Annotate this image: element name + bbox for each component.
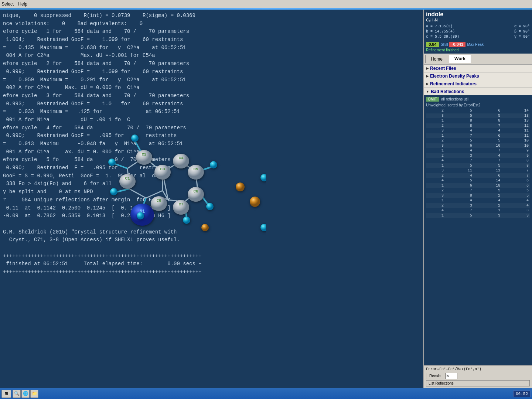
crystal-row-a: a = 7.135(3) α = 90° [426, 24, 530, 29]
taskbar-icon-1[interactable]: 🔍 [13, 390, 21, 398]
text-line: 0.993; Restrained GooF = 1.0 for 60 rest… [3, 100, 420, 108]
text-line: efore cycle 4 for 584 da 70 / 70 paramet… [3, 124, 420, 132]
recent-files-header[interactable]: ▶ Recent Files [424, 65, 532, 72]
refinement-indicators-label: Refinement Indicators [430, 81, 477, 86]
main-area: nique, 0 suppressed R(int) = 0.0739 R(si… [0, 10, 532, 388]
table-row: 2349 [426, 153, 530, 158]
right-sidebar: indole C₈H₇N a = 7.135(3) α = 90° b = 14… [423, 10, 532, 388]
electron-density-arrow: ▶ [426, 74, 429, 78]
bad-reflections-label: Bad Reflections [431, 89, 464, 94]
text-line: 0.990; Restrained F = .095 for restraint… [3, 164, 420, 172]
electron-density-header[interactable]: ▶ Electron Density Peaks [424, 72, 532, 80]
bad-reflections-section: ▼ Bad Reflections OMIT all reflections u… [424, 88, 532, 365]
table-row: 34411 [426, 128, 530, 133]
text-line: 0.999; Restrained GooF = 1.099 for 60 re… [3, 68, 420, 76]
shift-label: Sh/ll [441, 42, 448, 47]
text-line: efore cycle 3 for 584 data and 70 / 70 p… [3, 92, 420, 100]
recent-files-arrow: ▶ [426, 66, 429, 70]
omit-button[interactable]: OMIT [426, 97, 439, 102]
goof-value: 0.84 [426, 42, 439, 47]
menu-bar: Select Help [0, 0, 532, 8]
formula-display: Error=Fo²-Fc²/Max(Fc²,σ²) [426, 367, 530, 371]
goof-bar: 0.84 Sh/ll -0.043 Max Peak [424, 41, 532, 48]
table-row: 2755 [426, 188, 530, 193]
table-row: 28712 [426, 123, 530, 129]
electron-density-section: ▶ Electron Density Peaks [424, 72, 532, 80]
table-row: 311117 [426, 168, 530, 173]
bad-reflections-header[interactable]: ▼ Bad Reflections [424, 88, 532, 95]
refl-table-inner: 2561435513188132871234411176112551036101… [426, 108, 530, 218]
start-button[interactable]: ⊞ [1, 390, 11, 398]
sidebar-bottom: Error=Fo²-Fc²/Max(Fc²,σ²) Recalc ls List… [424, 365, 532, 388]
text-line: ++++++++++++++++++++++++++++++++++++++++… [3, 268, 420, 276]
nav-buttons: Home Work [424, 54, 532, 65]
table-row: 17611 [426, 133, 530, 139]
crystal-row-b: b = 14.755(4) β = 90° [426, 29, 530, 34]
table-row: 1444 [426, 198, 530, 203]
table-row: 25510 [426, 138, 530, 143]
text-line: = 0.059 Maximum = 0.291 for y C2^a at 06… [3, 76, 420, 84]
text-line: = 0.135 Maximum = 0.638 for y C2^a at 06… [3, 44, 420, 52]
text-line [3, 244, 420, 252]
text-line: -0.09 at 0.7862 0.5359 0.1013 [ 0.24 A f… [3, 212, 420, 220]
text-line: 0.11 at 0.1142 0.2500 0.1245 [ 0. 1 A fr… [3, 204, 420, 212]
text-line: ++++++++++++++++++++++++++++++++++++++++… [3, 252, 420, 260]
text-line: 0.990; Restrained GooF = .095 for restra… [3, 132, 420, 140]
crystal-data-panel: a = 7.135(3) α = 90° b = 14.755(4) β = 9… [424, 23, 532, 41]
recalc-button[interactable]: Recalc [426, 373, 444, 379]
table-row: 1479 [426, 148, 530, 153]
bottom-row: Recalc ls [426, 373, 530, 379]
refinement-indicators-arrow: ▶ [426, 82, 429, 86]
table-row: 18813 [426, 118, 530, 123]
filter-label: all reflections util [441, 97, 468, 101]
clock: 06:52 [513, 391, 531, 397]
text-line: nique, 0 suppressed R(int) = 0.0739 R(si… [3, 12, 420, 20]
taskbar: ⊞ 🔍 🌐 📁 06:52 [0, 388, 532, 399]
table-row: 2467 [426, 173, 530, 178]
text-line: efore cycle 5 fo 584 da 0 / 70 parameter… [3, 156, 420, 164]
maxpeak-label: Max Peak [467, 42, 483, 47]
bad-refl-controls: OMIT all reflections util [426, 97, 530, 102]
menu-select[interactable]: Select [1, 1, 14, 7]
menu-help[interactable]: Help [18, 1, 27, 7]
table-row: 361010 [426, 143, 530, 149]
text-line: finished at 06:52:51 Total elapsed time:… [3, 260, 420, 268]
taskbar-icon-2[interactable]: 🌐 [21, 390, 30, 398]
table-row: 3825 [426, 193, 530, 198]
home-button[interactable]: Home [425, 55, 448, 63]
shift-value: -0.043 [449, 42, 466, 47]
text-line: = 0.033 Maximum = .125 for at 06:52:51 [3, 108, 420, 116]
text-line: 002 A for C2^a Max. dU = 0.000 fo C1^a [3, 84, 420, 92]
work-button[interactable]: Work [449, 55, 471, 63]
text-line [3, 220, 420, 228]
text-line: efore cycle 1 for 584 data and 70 / 70 p… [3, 28, 420, 36]
sidebar-header: indole C₈H₇N [424, 10, 532, 23]
refinement-indicators-section: ▶ Refinement Indicators [424, 80, 532, 88]
table-row: 35513 [426, 113, 530, 119]
table-row: 2324 [426, 203, 530, 208]
recent-files-label: Recent Files [430, 66, 456, 71]
ls-input[interactable]: ls [446, 373, 457, 379]
text-line: 338 Fo > 4sig(Fo) and 6 for all ta [3, 180, 420, 188]
text-line: nce violations: 0 Bad equivalents: 0 [3, 20, 420, 28]
table-row: 4713 [426, 208, 530, 213]
table-row: 16186 [426, 183, 530, 188]
text-lines: nique, 0 suppressed R(int) = 0.0739 R(si… [3, 12, 420, 276]
text-line: = 0.013 Maximu -0.048 fa y N1^a at 06:52… [3, 140, 420, 148]
text-line: 004 A for C2^a Max. dU =-0.001 for C5^a [3, 52, 420, 60]
refinement-indicators-header[interactable]: ▶ Refinement Indicators [424, 80, 532, 88]
text-line: Cryst., C71, 3-8 (Open Access) if SHELXL… [3, 236, 420, 244]
text-line: y be split and 0 at ms NPD [3, 188, 420, 196]
text-line: GooF = S = 0.990, Resti GooF = 1. 95 for… [3, 172, 420, 180]
list-reflections-button[interactable]: List Reflections [426, 380, 530, 386]
text-line: r 584 unique reflections after mergin fo… [3, 196, 420, 204]
table-row: 25614 [426, 108, 530, 113]
table-row: 1533 [426, 213, 530, 218]
table-row: 1558 [426, 163, 530, 168]
reflections-table: 2561435513188132871234411176112551036101… [426, 108, 530, 364]
refine-status: Refinement finished [424, 48, 532, 54]
taskbar-icon-3[interactable]: 📁 [30, 390, 38, 398]
bad-reflections-arrow: ▼ [426, 90, 429, 93]
compound-formula: C₈H₇N [426, 18, 530, 23]
table-row: 4778 [426, 158, 530, 163]
